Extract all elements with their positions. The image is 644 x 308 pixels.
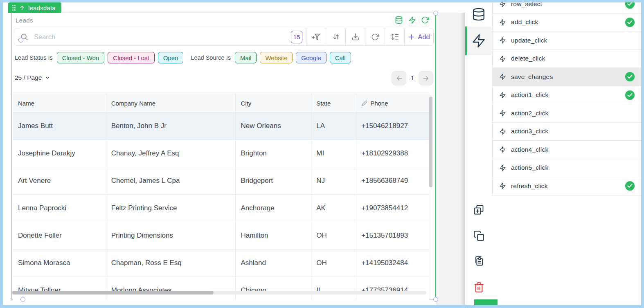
rail-events-tab[interactable] [465, 27, 492, 55]
search-input[interactable] [28, 33, 287, 41]
table-cell: Chanay, Jeffrey A Esq [106, 140, 236, 167]
chevron-down-icon [45, 75, 50, 81]
column-header[interactable]: City [236, 94, 311, 112]
resize-handle-top-right[interactable] [433, 11, 438, 16]
row-height-icon [391, 33, 399, 41]
arrow-left-icon [395, 74, 403, 82]
bind-event-button[interactable] [406, 14, 418, 26]
event-item[interactable]: refresh_click [493, 177, 641, 196]
filter-chip[interactable]: Mail [235, 52, 257, 63]
bottom-accent-strip [474, 299, 498, 305]
configured-check-icon [625, 2, 635, 9]
filter-chip[interactable]: Closed - Lost [108, 52, 154, 63]
bolt-icon [499, 182, 506, 189]
widget-quick-actions [393, 14, 431, 26]
add-row-label: Add [418, 33, 430, 41]
duplicate-add-icon [473, 204, 484, 216]
page-size-badge[interactable]: 15 [291, 31, 302, 43]
table-cell: +19073854412 [356, 195, 429, 222]
table-cell: IL [311, 277, 356, 300]
filter-button[interactable] [306, 28, 326, 45]
table-row[interactable]: James ButtBenton, John B JrNew OrleansLA… [13, 112, 429, 140]
table-cell: +18102929388 [356, 140, 429, 167]
table-cell: +18566368749 [356, 167, 429, 194]
page-size-label: 25 / Page [15, 74, 42, 81]
connect-data-button[interactable] [393, 14, 405, 26]
select-parent-icon[interactable] [19, 5, 25, 11]
table-toolbar: 15 Add [14, 28, 434, 46]
horizontal-scroll-thumb[interactable] [12, 291, 214, 295]
filter-chip[interactable]: Closed - Won [57, 52, 105, 63]
sort-button[interactable] [326, 28, 345, 45]
filter-icon [312, 33, 320, 41]
rail-data-tab[interactable] [465, 3, 492, 26]
drag-handle-icon[interactable] [12, 4, 16, 11]
event-item[interactable]: add_click [493, 13, 641, 32]
widget-name: leadsdata [28, 4, 56, 11]
column-header[interactable]: State [311, 94, 356, 112]
column-header[interactable]: Company Name [106, 94, 236, 112]
configured-check-icon [625, 18, 635, 27]
event-item[interactable]: row_select [493, 2, 641, 13]
data-table: NameCompany NameCityStatePhone James But… [13, 94, 429, 300]
column-header[interactable]: Name [13, 94, 106, 112]
table-row[interactable]: Simona MorascaChapman, Ross E EsqAshland… [13, 250, 429, 277]
refresh-table-button[interactable] [365, 28, 385, 45]
event-item[interactable]: action4_click [493, 141, 641, 159]
table-vertical-scrollbar[interactable] [429, 97, 432, 187]
delete-widget-button[interactable] [465, 276, 492, 299]
paste-button[interactable] [465, 250, 492, 272]
event-item[interactable]: action1_click [493, 86, 641, 105]
filter-chip[interactable]: Call [330, 52, 351, 63]
next-page-button[interactable] [419, 71, 433, 85]
filter-chip[interactable]: Google [296, 52, 326, 63]
event-item[interactable]: update_click [493, 31, 641, 50]
leads-table-widget[interactable]: Leads 15 [11, 13, 436, 299]
table-cell: Printing Dimensions [106, 222, 236, 249]
table-cell: Lenna Paprocki [13, 195, 106, 222]
table-cell: Chicago [236, 277, 311, 300]
bolt-icon [499, 55, 506, 62]
table-row[interactable]: Art VenereChemel, James L CpaBridgeportN… [13, 167, 429, 195]
table-cell: Josephine Darakjy [13, 140, 106, 167]
download-button[interactable] [346, 28, 365, 45]
refresh-widget-button[interactable] [419, 14, 431, 26]
refresh-icon [371, 33, 379, 41]
page-size-select[interactable]: 25 / Page [15, 74, 50, 81]
table-row[interactable]: Mitsue TollnerMorlong AssociatesChicagoI… [13, 277, 429, 300]
event-item[interactable]: delete_click [493, 50, 641, 68]
resize-handle-bottom-right[interactable] [433, 297, 438, 302]
table-cell: +15046218927 [356, 112, 429, 139]
table-horizontal-scrollbar[interactable] [12, 291, 426, 295]
table-row[interactable]: Donette FollerPrinting DimensionsHamilto… [13, 222, 429, 250]
add-widget-button[interactable] [465, 198, 492, 221]
filter-chip[interactable]: Open [158, 52, 184, 63]
bolt-icon [499, 128, 506, 135]
event-item[interactable]: action3_click [493, 123, 641, 141]
previous-page-button[interactable] [392, 71, 406, 85]
table-row[interactable]: Josephine DarakjyChanay, Jeffrey A EsqBr… [13, 140, 429, 167]
table-cell: Benton, John B Jr [106, 112, 236, 139]
bolt-icon [499, 146, 506, 153]
row-height-button[interactable] [385, 28, 404, 45]
table-row[interactable]: Lenna PaprockiFeltz Printing ServiceAnch… [13, 195, 429, 222]
trash-icon [473, 282, 484, 293]
table-cell: James Butt [13, 112, 106, 139]
widget-title: Leads [16, 17, 33, 24]
current-page-number[interactable]: 1 [406, 74, 419, 82]
event-item[interactable]: action2_click [493, 104, 641, 123]
widget-name-tag[interactable]: leadsdata [8, 2, 61, 13]
events-list: row_select add_click update_click delete… [492, 2, 641, 196]
copy-button[interactable] [465, 224, 492, 247]
bolt-icon [499, 2, 506, 7]
column-header[interactable]: Phone [356, 94, 429, 112]
add-row-button[interactable]: Add [405, 28, 433, 45]
resize-handle-left[interactable] [18, 38, 23, 43]
event-item[interactable]: action5_click [493, 159, 641, 178]
side-rail [465, 2, 492, 305]
resize-handle-bottom-left[interactable] [20, 297, 25, 302]
table-cell: Mitsue Tollner [13, 277, 106, 300]
filter-chip[interactable]: Website [260, 52, 293, 63]
event-item[interactable]: save_changes [493, 68, 641, 86]
table-cell: Hamilton [236, 222, 311, 249]
